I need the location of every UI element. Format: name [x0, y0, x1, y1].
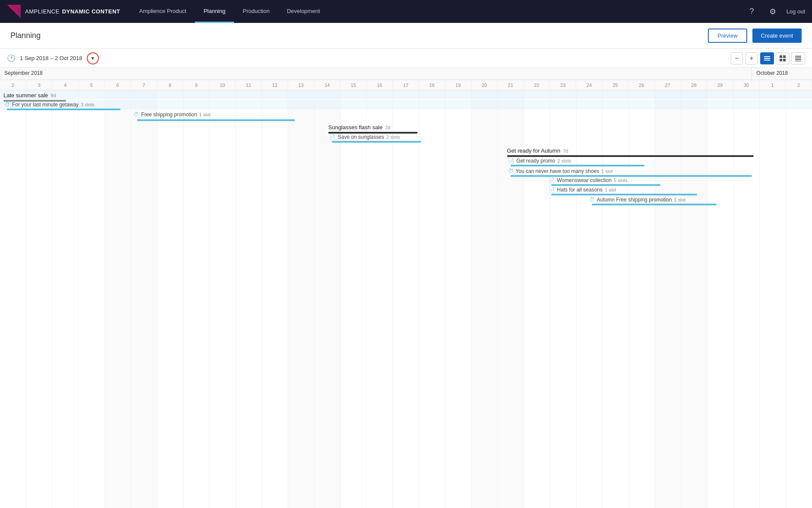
day-16: 16: [367, 80, 393, 90]
day-header-row: 2 3 4 5 6 7 8 9 10 11 12 13 14 15 16 17 …: [0, 80, 812, 90]
for-getaway-bar: [7, 109, 121, 110]
zoom-out-button[interactable]: −: [731, 52, 743, 64]
late-summer-duration: 9d: [51, 93, 56, 98]
autumn-shipping-title: Autumn Free shipping promotion: [597, 197, 672, 203]
day-20: 20: [472, 80, 498, 90]
brand-logo-icon: [7, 5, 21, 19]
free-shipping-bar: [137, 119, 295, 121]
nav-link-amplience-product[interactable]: Amplience Product: [130, 0, 195, 23]
nav-link-planning[interactable]: Planning: [195, 0, 234, 23]
sunglasses-event[interactable]: Sunglasses flash sale 2d: [325, 123, 487, 134]
day-18: 18: [419, 80, 445, 90]
hats-title: Hats for all seasons: [557, 187, 603, 193]
day-oct1: 1: [760, 80, 786, 90]
autumn-shipping-slots: 1 slot: [674, 197, 685, 202]
svg-rect-4: [783, 55, 786, 58]
view-grid-button[interactable]: [776, 52, 790, 64]
day-23: 23: [550, 80, 576, 90]
events-layer: Late summer sale 9d ⏱ For your last minu…: [0, 90, 812, 508]
womenswear-slots: 5 slots: [614, 178, 628, 183]
autumn-shipping-bar: [592, 204, 717, 205]
nav-link-development[interactable]: Development: [278, 0, 329, 23]
view-timeline-button[interactable]: [760, 52, 774, 64]
day-9: 9: [183, 80, 209, 90]
settings-icon[interactable]: ⚙: [766, 5, 780, 19]
month-october: October 2018: [752, 68, 812, 80]
svg-rect-1: [764, 58, 770, 59]
late-summer-title: Late summer sale: [3, 92, 48, 99]
zoom-in-button[interactable]: +: [745, 52, 758, 64]
sunglasses-title: Sunglasses flash sale: [328, 124, 383, 131]
page-title: Planning: [10, 31, 708, 40]
too-many-shoes-event[interactable]: ⏱ You can never have too many shoes 1 sl…: [504, 167, 788, 178]
get-ready-promo-doc-icon: 📄: [508, 158, 514, 164]
free-shipping-slots: 1 slot: [199, 112, 210, 117]
brand-logo-area: AMPLIENCE DYNAMIC CONTENT: [7, 5, 120, 19]
get-ready-promo-event[interactable]: 📄 Get ready promo 2 slots: [504, 157, 747, 167]
svg-rect-10: [795, 61, 801, 61]
nav-link-production[interactable]: Production: [234, 0, 278, 23]
svg-rect-7: [795, 56, 801, 57]
for-getaway-slots: 3 slots: [81, 102, 95, 107]
day-17: 17: [393, 80, 419, 90]
help-icon[interactable]: ?: [745, 5, 759, 19]
too-many-shoes-slots: 1 slot: [601, 169, 612, 174]
free-shipping-event[interactable]: ⏱ Free shipping promotion 1 slot: [130, 110, 374, 122]
day-29: 29: [707, 80, 733, 90]
sunglasses-duration: 2d: [385, 125, 390, 130]
top-nav: AMPLIENCE DYNAMIC CONTENT Amplience Prod…: [0, 0, 812, 23]
filter-button[interactable]: ▼: [87, 52, 99, 64]
get-ready-bar: [507, 155, 754, 157]
day-12: 12: [262, 80, 288, 90]
day-28: 28: [681, 80, 707, 90]
hats-slots: 1 slot: [605, 187, 616, 192]
day-15: 15: [340, 80, 367, 90]
day-7: 7: [131, 80, 157, 90]
womenswear-title: Womenswear collection: [557, 177, 612, 183]
day-2: 2: [0, 80, 26, 90]
day-26: 26: [628, 80, 655, 90]
day-13: 13: [288, 80, 314, 90]
day-5: 5: [79, 80, 105, 90]
womenswear-doc-icon: 📄: [549, 177, 555, 183]
logout-button[interactable]: Log out: [787, 8, 805, 15]
day-30: 30: [733, 80, 760, 90]
for-getaway-title: For your last minute getaway: [12, 102, 79, 108]
calendar-wrapper: September 2018 October 2018 2 3 4 5 6 7 …: [0, 68, 812, 508]
too-many-shoes-clock-icon: ⏱: [508, 168, 514, 174]
hats-event[interactable]: 📄 Hats for all seasons 1 slot: [544, 186, 788, 196]
hats-doc-icon: 📄: [549, 187, 555, 193]
get-ready-promo-slots: 2 slots: [558, 158, 571, 163]
day-25: 25: [603, 80, 629, 90]
hats-bar: [551, 194, 697, 195]
nav-links: Amplience Product Planning Production De…: [130, 0, 745, 23]
save-sunglasses-doc-icon: 📄: [329, 134, 336, 140]
day-22: 22: [524, 80, 550, 90]
svg-rect-6: [783, 59, 786, 61]
day-4: 4: [52, 80, 79, 90]
too-many-shoes-title: You can never have too many shoes: [516, 168, 599, 174]
womenswear-event[interactable]: 📄 Womenswear collection 5 slots: [544, 177, 788, 187]
get-ready-promo-title: Get ready promo: [517, 158, 555, 164]
calendar-body: Late summer sale 9d ⏱ For your last minu…: [0, 90, 812, 508]
create-event-button[interactable]: Create event: [752, 29, 802, 43]
get-ready-event[interactable]: Get ready for Autumn 7d: [504, 147, 812, 157]
autumn-shipping-event[interactable]: ⏱ Autumn Free shipping promotion 1 slot: [585, 196, 812, 206]
svg-rect-8: [795, 58, 801, 58]
preview-button[interactable]: Preview: [708, 29, 747, 43]
save-sunglasses-event[interactable]: 📄 Save on sunglasses 2 slots: [325, 134, 487, 144]
day-10: 10: [209, 80, 236, 90]
day-6: 6: [105, 80, 131, 90]
for-getaway-event[interactable]: ⏱ For your last minute getaway 3 slots: [0, 101, 162, 111]
save-sunglasses-slots: 2 slots: [386, 134, 400, 140]
zoom-controls: − +: [731, 52, 805, 64]
free-shipping-title: Free shipping promotion: [141, 112, 197, 118]
save-sunglasses-bar: [332, 141, 421, 143]
save-sunglasses-title: Save on sunglasses: [338, 134, 384, 140]
date-range-text: 1 Sep 2018 – 2 Oct 2018: [20, 55, 82, 61]
svg-rect-0: [764, 56, 770, 57]
filter-icon: ▼: [90, 55, 95, 61]
view-list-button[interactable]: [791, 52, 805, 64]
for-getaway-clock-icon: ⏱: [4, 101, 10, 108]
svg-rect-9: [795, 59, 801, 60]
